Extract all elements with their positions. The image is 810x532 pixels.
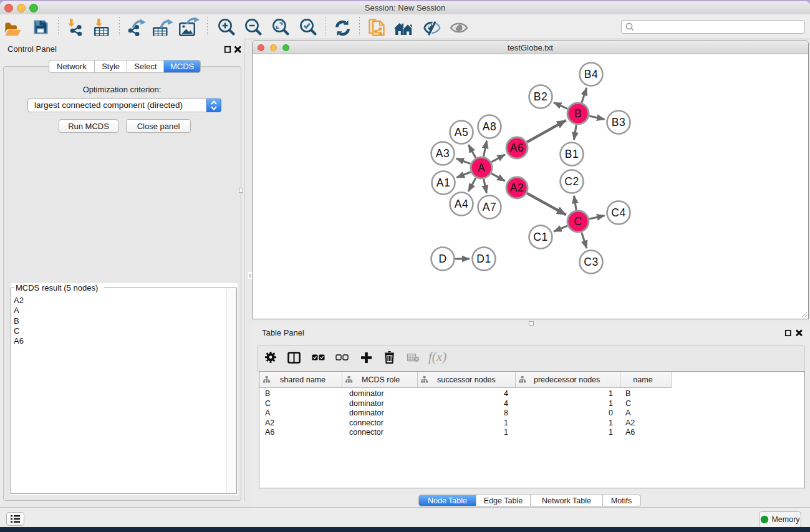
svg-text:A2: A2 <box>510 181 524 194</box>
svg-text:A4: A4 <box>455 198 468 210</box>
svg-text:A: A <box>478 162 485 174</box>
svg-text:C1: C1 <box>533 231 547 243</box>
svg-text:B2: B2 <box>534 90 547 103</box>
svg-text:C2: C2 <box>564 175 579 188</box>
svg-text:A3: A3 <box>436 147 450 160</box>
svg-text:A8: A8 <box>483 120 496 133</box>
svg-text:B1: B1 <box>565 148 579 160</box>
svg-text:A6: A6 <box>510 142 524 154</box>
svg-text:B: B <box>574 107 582 120</box>
svg-text:D: D <box>438 253 446 265</box>
svg-text:C4: C4 <box>611 206 625 219</box>
svg-text:D1: D1 <box>476 253 491 265</box>
svg-text:A7: A7 <box>483 201 496 213</box>
svg-text:B3: B3 <box>612 116 625 128</box>
svg-text:B4: B4 <box>584 68 598 80</box>
svg-text:C: C <box>574 215 582 228</box>
svg-text:C3: C3 <box>584 256 598 268</box>
svg-text:A5: A5 <box>455 126 468 138</box>
svg-text:A1: A1 <box>436 177 450 189</box>
